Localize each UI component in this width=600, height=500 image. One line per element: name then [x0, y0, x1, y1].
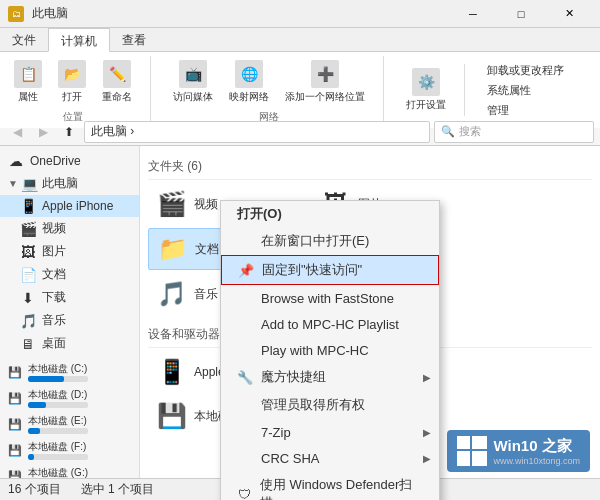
videos-icon: 🎬: [20, 221, 36, 237]
ribbon-group-btns-network: 📺 访问媒体 🌐 映射网络 ➕ 添加一个网络位置: [167, 56, 371, 108]
sidebar-item-downloads[interactable]: ⬇ 下载: [0, 286, 139, 309]
media-icon: 📺: [179, 60, 207, 88]
breadcrumb[interactable]: 此电脑 ›: [84, 121, 430, 143]
window-title: 此电脑: [28, 5, 446, 22]
thispc-icon: 💻: [22, 176, 38, 192]
ribbon-btn-rename[interactable]: ✏️ 重命名: [96, 56, 138, 108]
selected-count: 选中 1 个项目: [81, 481, 154, 498]
drive-c-icon: 💾: [8, 366, 22, 379]
ribbon-btn-manage[interactable]: 管理: [481, 101, 515, 120]
ctx-header-open: 打开(O): [221, 201, 439, 227]
magic-icon: 🔧: [237, 369, 253, 385]
drive-d[interactable]: 💾 本地磁盘 (D:): [0, 385, 139, 411]
sidebar-item-onedrive[interactable]: ☁ OneDrive: [0, 150, 139, 172]
ribbon: 文件 计算机 查看 📋 属性 📂 打开 ✏️ 重命名 位置: [0, 28, 600, 118]
ctx-windows-defender[interactable]: 🛡 使用 Windows Defender扫描...: [221, 471, 439, 500]
ctx-admin-ownership[interactable]: 管理员取得所有权: [221, 391, 439, 419]
ctx-browse-faststone[interactable]: Browse with FastStone: [221, 285, 439, 311]
music-icon: 🎵: [20, 313, 36, 329]
svg-rect-2: [457, 451, 470, 466]
ribbon-btn-map-network[interactable]: 🌐 映射网络: [223, 56, 275, 108]
ribbon-btn-open-settings[interactable]: ⚙️ 打开设置: [400, 64, 452, 116]
folder-documents-icon: 📁: [157, 233, 189, 265]
ribbon-group-btns-location: 📋 属性 📂 打开 ✏️ 重命名: [8, 56, 138, 108]
pin-icon: 📌: [238, 262, 254, 278]
ctx-7zip[interactable]: 7-Zip ▶: [221, 419, 439, 445]
properties-icon: 📋: [14, 60, 42, 88]
close-button[interactable]: ✕: [546, 0, 592, 28]
ctx-add-mpc[interactable]: Add to MPC-HC Playlist: [221, 311, 439, 337]
ctx-pin-quick-access[interactable]: 📌 固定到"快速访问": [221, 255, 439, 285]
ribbon-btn-uninstall[interactable]: 卸载或更改程序: [481, 61, 570, 80]
mpc-icon: [237, 316, 253, 332]
ctx-crc[interactable]: CRC SHA ▶: [221, 445, 439, 471]
sidebar-item-desktop[interactable]: 🖥 桌面: [0, 332, 139, 355]
ctx-play-mpc[interactable]: Play with MPC-HC: [221, 337, 439, 363]
minimize-button[interactable]: ─: [450, 0, 496, 28]
watermark-text: Win10 之家 www.win10xtong.com: [493, 437, 580, 466]
drives-section: 💾 本地磁盘 (C:) 💾 本地磁盘 (D:) 💾 本地磁盘 (E:): [0, 359, 139, 478]
chevron-down-icon: ▼: [8, 178, 18, 189]
sidebar-item-apple-iphone[interactable]: 📱 Apple iPhone: [0, 195, 139, 217]
tab-view[interactable]: 查看: [110, 28, 158, 51]
ribbon-btn-media[interactable]: 📺 访问媒体: [167, 56, 219, 108]
ribbon-btn-properties[interactable]: 📋 属性: [8, 56, 48, 108]
tab-file[interactable]: 文件: [0, 28, 48, 51]
back-button[interactable]: ◀: [6, 121, 28, 143]
tab-computer[interactable]: 计算机: [48, 28, 110, 52]
sidebar-item-pictures[interactable]: 🖼 图片: [0, 240, 139, 263]
play-icon: [237, 342, 253, 358]
downloads-icon: ⬇: [20, 290, 36, 306]
forward-button[interactable]: ▶: [32, 121, 54, 143]
ribbon-tabs: 文件 计算机 查看: [0, 28, 600, 52]
admin-icon: [237, 397, 253, 413]
arrow-icon-crc: ▶: [423, 453, 431, 464]
arrow-icon-7zip: ▶: [423, 427, 431, 438]
maximize-button[interactable]: □: [498, 0, 544, 28]
sidebar-group-thispc[interactable]: ▼ 💻 此电脑: [0, 172, 139, 195]
add-location-icon: ➕: [311, 60, 339, 88]
ribbon-group-network: 📺 访问媒体 🌐 映射网络 ➕ 添加一个网络位置 网络: [167, 56, 384, 124]
ribbon-group-settings: ⚙️ 打开设置: [400, 64, 465, 116]
folder-music-icon: 🎵: [156, 278, 188, 310]
new-window-icon: [237, 233, 253, 249]
drive-e[interactable]: 💾 本地磁盘 (E:): [0, 411, 139, 437]
window-controls: ─ □ ✕: [450, 0, 592, 28]
sidebar-item-documents[interactable]: 📄 文档: [0, 263, 139, 286]
drive-e-icon: 💾: [8, 418, 22, 431]
arrow-icon-magic: ▶: [423, 372, 431, 383]
context-menu: 打开(O) 在新窗口中打开(E) 📌 固定到"快速访问" Browse with…: [220, 200, 440, 500]
ribbon-btn-open[interactable]: 📂 打开: [52, 56, 92, 108]
device-drive-d-icon: 💾: [156, 400, 188, 432]
ctx-magic-group[interactable]: 🔧 魔方快捷组 ▶: [221, 363, 439, 391]
ctx-new-window[interactable]: 在新窗口中打开(E): [221, 227, 439, 255]
ribbon-group-location: 📋 属性 📂 打开 ✏️ 重命名 位置: [8, 56, 151, 124]
drive-c[interactable]: 💾 本地磁盘 (C:): [0, 359, 139, 385]
app-icon: 🗂: [8, 6, 24, 22]
folder-section-header: 文件夹 (6): [148, 154, 592, 180]
search-box[interactable]: 🔍 搜索: [434, 121, 594, 143]
ribbon-btn-system-properties[interactable]: 系统属性: [481, 81, 537, 100]
drive-g[interactable]: 💾 本地磁盘 (G:): [0, 463, 139, 478]
7zip-icon: [237, 424, 253, 440]
iphone-icon: 📱: [20, 198, 36, 214]
ribbon-btn-add-location[interactable]: ➕ 添加一个网络位置: [279, 56, 371, 108]
crc-icon: [237, 450, 253, 466]
sidebar-item-music[interactable]: 🎵 音乐: [0, 309, 139, 332]
sidebar-item-videos[interactable]: 🎬 视频: [0, 217, 139, 240]
open-icon: 📂: [58, 60, 86, 88]
svg-rect-3: [472, 451, 487, 466]
pictures-icon: 🖼: [20, 244, 36, 260]
watermark: Win10 之家 www.win10xtong.com: [447, 430, 590, 472]
search-icon: 🔍: [441, 125, 455, 138]
win-logo-icon: [457, 436, 487, 466]
address-bar: ◀ ▶ ⬆ 此电脑 › 🔍 搜索: [0, 118, 600, 146]
svg-rect-1: [472, 436, 487, 449]
up-button[interactable]: ⬆: [58, 121, 80, 143]
documents-icon: 📄: [20, 267, 36, 283]
drive-f[interactable]: 💾 本地磁盘 (F:): [0, 437, 139, 463]
drive-g-icon: 💾: [8, 470, 22, 479]
title-bar: 🗂 此电脑 ─ □ ✕: [0, 0, 600, 28]
onedrive-icon: ☁: [8, 153, 24, 169]
drive-f-icon: 💾: [8, 444, 22, 457]
